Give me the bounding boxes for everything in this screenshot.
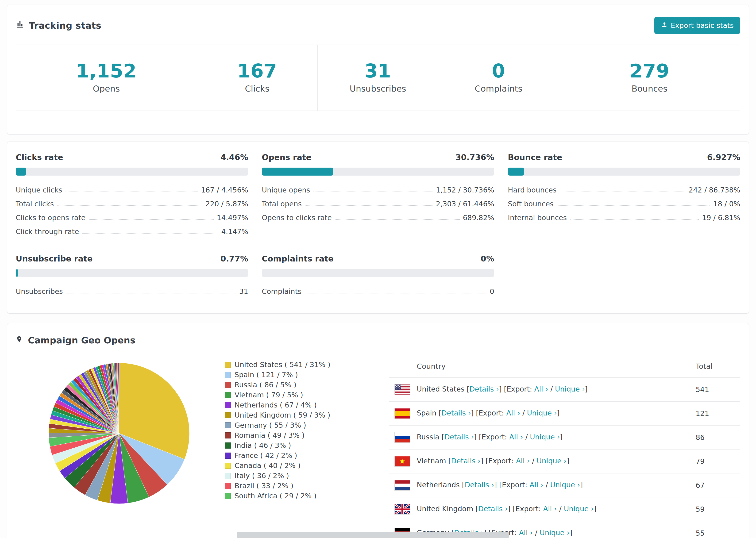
export-all-link[interactable]: All › (519, 529, 533, 537)
rate-stat-value: 2,303 / 61.446% (436, 200, 494, 208)
complaints-label: Complaints (441, 84, 557, 94)
rate-stat-value: 167 / 4.456% (201, 186, 248, 194)
legend-label: Netherlands ( 67 / 4% ) (235, 401, 317, 409)
legend-item: Brazil ( 33 / 2% ) (225, 481, 356, 491)
unsubscribe-rate-title: Unsubscribe rate (16, 254, 93, 263)
geo-opens-header: Campaign Geo Opens (16, 335, 740, 346)
geo-opens-title: Campaign Geo Opens (28, 335, 135, 346)
complaints-rate-progressbar (262, 269, 494, 277)
bounce-rate-block: Bounce rate 6.927% Hard bounces242 / 86.… (508, 153, 740, 236)
dotted-leader (82, 233, 218, 234)
bounce-rate-percent: 6.927% (707, 153, 740, 162)
details-link[interactable]: Details › (445, 433, 474, 441)
dotted-leader (560, 191, 685, 192)
legend-swatch (225, 453, 231, 459)
legend-label: Vietnam ( 79 / 5% ) (235, 391, 303, 399)
country-name: Spain (417, 409, 436, 417)
opens-rate-block: Opens rate 30.736% Unique opens1,152 / 3… (262, 153, 494, 236)
export-unique-link[interactable]: Unique › (540, 529, 569, 537)
legend-item: Vietnam ( 79 / 5% ) (225, 390, 356, 400)
legend-label: Romania ( 49 / 3% ) (235, 431, 304, 439)
legend-swatch (225, 432, 231, 439)
unsubscribe-rate-block: Unsubscribe rate 0.77% Unsubscribes31 (16, 254, 248, 296)
geo-table-row: Netherlands [Details ›] [Export: All › /… (389, 473, 740, 497)
bar-chart-icon (16, 20, 24, 31)
clicks-label: Clicks (199, 84, 315, 94)
geo-table-row: Vietnam [Details ›] [Export: All › / Uni… (389, 450, 740, 473)
geo-pie-chart (46, 360, 192, 507)
clicks-rate-title: Clicks rate (16, 153, 63, 162)
export-all-link[interactable]: All › (506, 409, 520, 417)
export-all-link[interactable]: All › (516, 457, 530, 465)
export-all-link[interactable]: All › (534, 385, 548, 393)
rate-stat-label: Complaints (262, 288, 301, 296)
legend-item: Netherlands ( 67 / 4% ) (225, 400, 356, 410)
rate-stat-value: 4.147% (221, 228, 248, 236)
legend-swatch (225, 443, 231, 449)
export-unique-link[interactable]: Unique › (530, 433, 560, 441)
export-unique-link[interactable]: Unique › (564, 505, 594, 513)
export-all-link[interactable]: All › (530, 481, 544, 489)
geo-table-row: Spain [Details ›] [Export: All › / Uniqu… (389, 402, 740, 426)
rate-stat-value: 1,152 / 30.736% (436, 186, 494, 194)
legend-item: Canada ( 40 / 2% ) (225, 460, 356, 471)
export-unique-link[interactable]: Unique › (550, 481, 580, 489)
rate-stat-label: Hard bounces (508, 186, 557, 194)
legend-label: Spain ( 121 / 7% ) (235, 371, 298, 379)
details-link[interactable]: Details › (451, 457, 481, 465)
export-all-link[interactable]: All › (509, 433, 523, 441)
export-unique-link[interactable]: Unique › (555, 385, 585, 393)
complaints-rate-block: Complaints rate 0% Complaints0 (262, 254, 494, 296)
legend-label: India ( 46 / 3% ) (235, 441, 291, 450)
dotted-leader (557, 205, 710, 206)
geo-table-row: Russia [Details ›] [Export: All › / Uniq… (389, 426, 740, 450)
rate-stat-row: Complaints0 (262, 282, 494, 296)
rate-stat-value: 18 / 0% (713, 200, 740, 208)
legend-item: Russia ( 86 / 5% ) (225, 380, 356, 390)
legend-label: Italy ( 36 / 2% ) (235, 471, 289, 480)
dotted-leader (66, 293, 236, 294)
dotted-leader (57, 205, 202, 206)
details-link[interactable]: Details › (465, 481, 494, 489)
gb-flag-icon (395, 504, 410, 514)
rates-card: Clicks rate 4.46% Unique clicks167 / 4.4… (7, 141, 749, 314)
legend-swatch (225, 392, 231, 398)
rate-stat-label: Soft bounces (508, 200, 554, 208)
rate-stat-label: Total opens (262, 200, 302, 208)
country-total: 79 (696, 457, 740, 465)
rate-stat-row: Unique clicks167 / 4.456% (16, 180, 248, 194)
clicks-count: 167 (199, 61, 315, 81)
details-link[interactable]: Details › (441, 409, 471, 417)
country-name: Netherlands (417, 481, 460, 489)
country-total: 121 (696, 409, 740, 418)
total-column-header: Total (696, 362, 740, 370)
tracking-stats-title: Tracking stats (16, 20, 101, 31)
unsubscribe-rate-percent: 0.77% (220, 254, 248, 263)
opens-label: Opens (18, 84, 194, 94)
rate-stat-label: Opens to clicks rate (262, 214, 332, 222)
tracking-stats-card: Tracking stats Export basic stats 1,152 … (7, 5, 749, 134)
map-pin-icon (16, 335, 23, 346)
legend-swatch (225, 382, 231, 388)
complaints-rate-title: Complaints rate (262, 254, 334, 263)
geo-table-header: Country Total (389, 354, 740, 378)
bounces-label: Bounces (561, 84, 738, 94)
details-link[interactable]: Details › (469, 385, 499, 393)
legend-label: United States ( 541 / 31% ) (235, 360, 330, 369)
export-unique-link[interactable]: Unique › (527, 409, 557, 417)
legend-swatch (225, 463, 231, 469)
rate-stat-value: 242 / 86.738% (689, 186, 740, 194)
rate-stat-label: Unsubscribes (16, 288, 63, 296)
details-link[interactable]: Details › (478, 505, 508, 513)
export-basic-stats-button[interactable]: Export basic stats (654, 17, 740, 34)
horizontal-scrollbar[interactable] (237, 532, 509, 538)
export-unique-link[interactable]: Unique › (537, 457, 567, 465)
export-all-link[interactable]: All › (543, 505, 557, 513)
rate-stat-value: 19 / 6.81% (702, 214, 740, 222)
country-total: 86 (696, 433, 740, 442)
vn-flag-icon (395, 456, 410, 466)
stat-box-complaints: 0 Complaints (438, 45, 559, 111)
legend-label: United Kingdom ( 59 / 3% ) (235, 411, 330, 419)
legend-swatch (225, 402, 231, 408)
dotted-leader (66, 191, 198, 192)
